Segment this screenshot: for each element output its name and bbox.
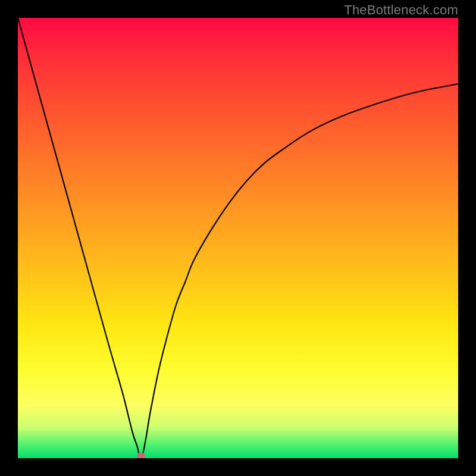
chart-frame (18, 18, 458, 458)
chart-curve-svg (18, 18, 458, 458)
curve-minimum-marker (137, 453, 145, 458)
bottleneck-curve-path (18, 18, 458, 458)
watermark-text: TheBottleneck.com (344, 2, 458, 18)
